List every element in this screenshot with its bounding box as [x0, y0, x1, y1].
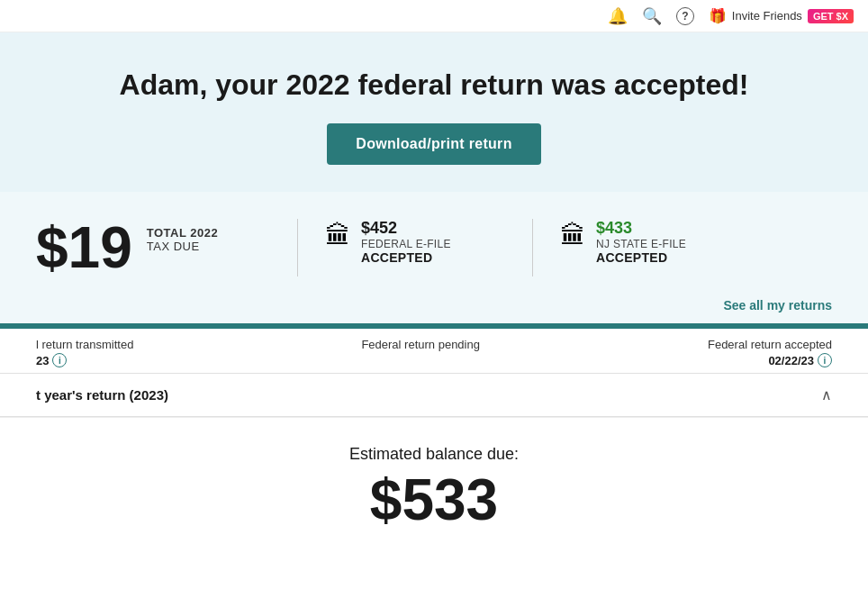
tax-due-amount: $19 [36, 219, 132, 276]
progress-steps: l return transmitted 23 i Federal return… [0, 329, 868, 373]
nj-efile-info: $433 NJ STATE E-FILE ACCEPTED [596, 219, 686, 265]
federal-label: FEDERAL E-FILE [361, 238, 451, 250]
tax-due-label: TOTAL 2022 TAX DUE [147, 219, 218, 253]
balance-amount: $533 [18, 471, 850, 529]
vertical-divider-1 [297, 219, 298, 276]
federal-efile-info: $452 FEDERAL E-FILE ACCEPTED [361, 219, 451, 265]
step-transmitted-label: l return transmitted [36, 338, 133, 351]
balance-label: Estimated balance due: [18, 445, 850, 464]
progress-bar-container [0, 323, 868, 329]
invite-friends-button[interactable]: 🎁 Invite Friends GET $X [709, 7, 854, 24]
step-transmitted-date: 23 [36, 354, 49, 367]
step-accepted-info-icon[interactable]: i [818, 353, 832, 367]
federal-amount: $452 [361, 219, 451, 238]
accordion-header[interactable]: t year's return (2023) ∧ [0, 374, 868, 417]
nj-status: ACCEPTED [596, 250, 686, 265]
vertical-divider-2 [532, 219, 533, 276]
total-year-label: TOTAL 2022 [147, 226, 218, 240]
invite-friends-label: Invite Friends [732, 9, 802, 23]
step-transmitted-date-row: 23 i [36, 353, 67, 367]
nj-bank-icon: 🏛 [560, 221, 585, 250]
balance-section: Estimated balance due: $533 [0, 417, 868, 547]
summary-row: $19 TOTAL 2022 TAX DUE 🏛 $452 FEDERAL E-… [0, 192, 868, 294]
step-accepted: Federal return accepted 02/22/23 i [708, 338, 832, 367]
federal-status: ACCEPTED [361, 250, 451, 265]
step-accepted-date-row: 02/22/23 i [768, 353, 832, 367]
federal-bank-icon: 🏛 [325, 221, 350, 250]
download-print-button[interactable]: Download/print return [327, 123, 540, 165]
see-all-returns-link[interactable]: See all my returns [723, 298, 832, 313]
bell-icon[interactable]: 🔔 [608, 6, 628, 26]
hero-banner: Adam, your 2022 federal return was accep… [0, 32, 868, 192]
tax-due-block: $19 TOTAL 2022 TAX DUE [36, 219, 270, 276]
step-accepted-date: 02/22/23 [768, 354, 814, 367]
federal-efile-block: 🏛 $452 FEDERAL E-FILE ACCEPTED [325, 219, 505, 265]
top-nav: 🔔 🔍 ? 🎁 Invite Friends GET $X [0, 0, 868, 32]
nj-label: NJ STATE E-FILE [596, 238, 686, 250]
nav-icons: 🔔 🔍 ? 🎁 Invite Friends GET $X [608, 6, 854, 26]
hero-title: Adam, your 2022 federal return was accep… [18, 68, 850, 102]
get-badge: GET $X [808, 9, 854, 23]
step-accepted-label: Federal return accepted [708, 338, 832, 351]
chevron-up-icon: ∧ [821, 386, 832, 403]
step-pending: Federal return pending [361, 338, 480, 367]
help-icon[interactable]: ? [676, 7, 694, 25]
progress-area: l return transmitted 23 i Federal return… [0, 323, 868, 373]
step-transmitted-info-icon[interactable]: i [52, 353, 67, 367]
progress-bar-fill [0, 323, 868, 329]
nj-state-efile-block: 🏛 $433 NJ STATE E-FILE ACCEPTED [560, 219, 740, 265]
section-accordion: t year's return (2023) ∧ [0, 373, 868, 417]
gift-icon: 🎁 [709, 7, 727, 24]
search-icon[interactable]: 🔍 [642, 6, 662, 26]
step-pending-label: Federal return pending [361, 338, 480, 351]
step-transmitted: l return transmitted 23 i [36, 338, 133, 367]
tax-due-text: TAX DUE [147, 240, 218, 253]
accordion-title: t year's return (2023) [36, 387, 168, 403]
nj-amount: $433 [596, 219, 686, 238]
see-returns-row: See all my returns [0, 294, 868, 323]
